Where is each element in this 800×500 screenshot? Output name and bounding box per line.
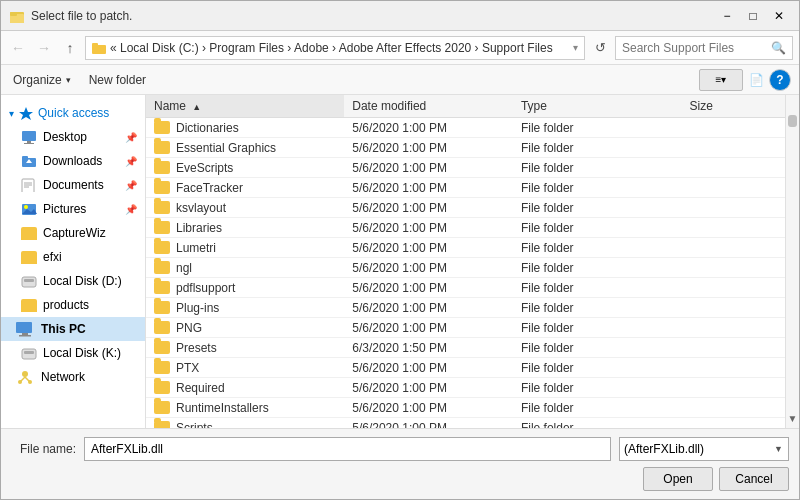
sidebar-item-label: products bbox=[43, 298, 89, 312]
table-row[interactable]: Plug-ins 5/6/2020 1:00 PM File folder bbox=[146, 298, 785, 318]
filetype-select[interactable]: (AfterFXLib.dll) bbox=[619, 437, 789, 461]
table-row[interactable]: Essential Graphics 5/6/2020 1:00 PM File… bbox=[146, 138, 785, 158]
folder-icon bbox=[154, 301, 170, 314]
help-button[interactable]: ? bbox=[769, 69, 791, 91]
sidebar-item-network[interactable]: Network bbox=[1, 365, 145, 389]
table-row[interactable]: EveScripts 5/6/2020 1:00 PM File folder bbox=[146, 158, 785, 178]
pin-icon: 📌 bbox=[125, 204, 137, 215]
file-name: FaceTracker bbox=[176, 181, 243, 195]
file-size bbox=[682, 378, 786, 398]
folder-icon bbox=[154, 421, 170, 428]
file-modified: 6/3/2020 1:50 PM bbox=[344, 338, 513, 358]
folder-icon bbox=[154, 181, 170, 194]
folder-icon bbox=[154, 121, 170, 134]
file-name: ngl bbox=[176, 261, 192, 275]
folder-icon bbox=[21, 299, 37, 312]
close-button[interactable]: ✕ bbox=[767, 7, 791, 25]
file-modified: 5/6/2020 1:00 PM bbox=[344, 138, 513, 158]
file-type: File folder bbox=[513, 218, 682, 238]
sidebar-item-downloads[interactable]: Downloads 📌 bbox=[1, 149, 145, 173]
folder-icon bbox=[21, 251, 37, 264]
sidebar-item-documents[interactable]: Documents 📌 bbox=[1, 173, 145, 197]
sidebar-item-capturewiz[interactable]: CaptureWiz bbox=[1, 221, 145, 245]
quick-access-arrow: ▾ bbox=[9, 108, 14, 119]
table-row[interactable]: pdflsupport 5/6/2020 1:00 PM File folder bbox=[146, 278, 785, 298]
back-button[interactable]: ← bbox=[7, 37, 29, 59]
table-row[interactable]: Presets 6/3/2020 1:50 PM File folder bbox=[146, 338, 785, 358]
documents-icon bbox=[21, 178, 37, 192]
pin-icon: 📌 bbox=[125, 156, 137, 167]
filename-input[interactable] bbox=[84, 437, 611, 461]
file-modified: 5/6/2020 1:00 PM bbox=[344, 278, 513, 298]
sidebar-item-label: Desktop bbox=[43, 130, 87, 144]
table-row[interactable]: Scripts 5/6/2020 1:00 PM File folder bbox=[146, 418, 785, 429]
open-button[interactable]: Open bbox=[643, 467, 713, 491]
column-header-type[interactable]: Type bbox=[513, 95, 682, 118]
sidebar-item-products[interactable]: products bbox=[1, 293, 145, 317]
scrollbar[interactable]: ▼ bbox=[785, 95, 799, 428]
view-details-button[interactable]: 📄 bbox=[745, 69, 767, 91]
table-row[interactable]: ksvlayout 5/6/2020 1:00 PM File folder bbox=[146, 198, 785, 218]
table-row[interactable]: PTX 5/6/2020 1:00 PM File folder bbox=[146, 358, 785, 378]
sidebar-item-desktop[interactable]: Desktop 📌 bbox=[1, 125, 145, 149]
new-folder-button[interactable]: New folder bbox=[85, 69, 150, 91]
cancel-button[interactable]: Cancel bbox=[719, 467, 789, 491]
table-row[interactable]: RuntimeInstallers 5/6/2020 1:00 PM File … bbox=[146, 398, 785, 418]
bottom-panel: File name: (AfterFXLib.dll) Open Cancel bbox=[1, 428, 799, 499]
sidebar-item-this-pc[interactable]: This PC bbox=[1, 317, 145, 341]
disk-k-icon bbox=[21, 346, 37, 360]
svg-rect-7 bbox=[27, 141, 31, 143]
breadcrumb[interactable]: « Local Disk (C:) › Program Files › Adob… bbox=[85, 36, 585, 60]
quick-access-header[interactable]: ▾ Quick access bbox=[1, 101, 145, 125]
table-row[interactable]: ngl 5/6/2020 1:00 PM File folder bbox=[146, 258, 785, 278]
file-name: Presets bbox=[176, 341, 217, 355]
file-size bbox=[682, 238, 786, 258]
toolbar: Organize ▾ New folder ≡▾ 📄 ? bbox=[1, 65, 799, 95]
view-extra-button[interactable]: ≡▾ bbox=[699, 69, 743, 91]
file-size bbox=[682, 298, 786, 318]
table-row[interactable]: PNG 5/6/2020 1:00 PM File folder bbox=[146, 318, 785, 338]
file-type: File folder bbox=[513, 318, 682, 338]
sidebar-item-local-disk-k[interactable]: Local Disk (K:) bbox=[1, 341, 145, 365]
table-row[interactable]: Dictionaries 5/6/2020 1:00 PM File folde… bbox=[146, 118, 785, 138]
table-row[interactable]: Libraries 5/6/2020 1:00 PM File folder bbox=[146, 218, 785, 238]
sidebar-item-label: Downloads bbox=[43, 154, 102, 168]
column-header-modified[interactable]: Date modified bbox=[344, 95, 513, 118]
search-icon: 🔍 bbox=[771, 41, 786, 55]
svg-rect-8 bbox=[24, 143, 34, 144]
column-header-name[interactable]: Name ▲ bbox=[146, 95, 344, 118]
sidebar-item-pictures[interactable]: Pictures 📌 bbox=[1, 197, 145, 221]
file-name: pdflsupport bbox=[176, 281, 235, 295]
file-name: Essential Graphics bbox=[176, 141, 276, 155]
file-type: File folder bbox=[513, 298, 682, 318]
forward-button[interactable]: → bbox=[33, 37, 55, 59]
file-size bbox=[682, 278, 786, 298]
file-size bbox=[682, 218, 786, 238]
main-area: ▾ Quick access Desktop 📌 Downloads 📌 Doc… bbox=[1, 95, 799, 428]
breadcrumb-dropdown-arrow[interactable]: ▾ bbox=[573, 42, 578, 53]
file-modified: 5/6/2020 1:00 PM bbox=[344, 238, 513, 258]
folder-icon bbox=[154, 241, 170, 254]
table-header-row: Name ▲ Date modified Type Size bbox=[146, 95, 785, 118]
table-row[interactable]: FaceTracker 5/6/2020 1:00 PM File folder bbox=[146, 178, 785, 198]
svg-point-26 bbox=[22, 371, 28, 377]
search-input[interactable] bbox=[622, 41, 767, 55]
folder-icon bbox=[154, 381, 170, 394]
network-icon bbox=[15, 369, 35, 385]
maximize-button[interactable]: □ bbox=[741, 7, 765, 25]
breadcrumb-text: « Local Disk (C:) › Program Files › Adob… bbox=[110, 41, 553, 55]
organize-button[interactable]: Organize ▾ bbox=[9, 69, 75, 91]
svg-rect-6 bbox=[22, 131, 36, 141]
minimize-button[interactable]: − bbox=[715, 7, 739, 25]
refresh-button[interactable]: ↺ bbox=[589, 37, 611, 59]
folder-icon bbox=[154, 321, 170, 334]
column-header-size[interactable]: Size bbox=[682, 95, 786, 118]
file-modified: 5/6/2020 1:00 PM bbox=[344, 158, 513, 178]
table-row[interactable]: Required 5/6/2020 1:00 PM File folder bbox=[146, 378, 785, 398]
file-modified: 5/6/2020 1:00 PM bbox=[344, 118, 513, 138]
sidebar-item-efxi[interactable]: efxi bbox=[1, 245, 145, 269]
up-button[interactable]: ↑ bbox=[59, 37, 81, 59]
sidebar-item-local-disk-d[interactable]: Local Disk (D:) bbox=[1, 269, 145, 293]
sidebar-item-label: Local Disk (D:) bbox=[43, 274, 122, 288]
table-row[interactable]: Lumetri 5/6/2020 1:00 PM File folder bbox=[146, 238, 785, 258]
